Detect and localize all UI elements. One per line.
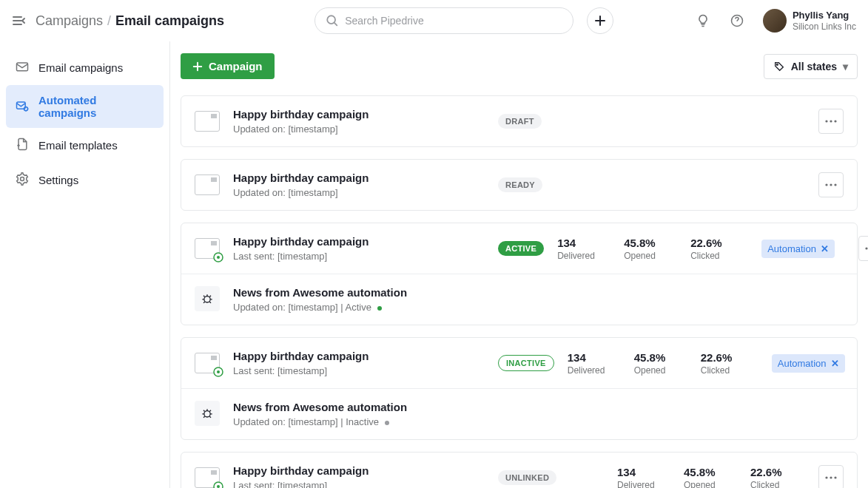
state-filter-dropdown[interactable]: All states ▾ xyxy=(764,54,858,79)
avatar xyxy=(763,9,787,33)
svg-point-27 xyxy=(825,476,827,478)
search-input[interactable] xyxy=(345,15,562,27)
sidebar-item-settings[interactable]: Settings xyxy=(6,163,164,197)
campaign-stats: 134Delivered45.8%Opened22.6%Clicked xyxy=(568,351,745,376)
svg-rect-2 xyxy=(17,63,28,71)
campaign-title: Happy birthday campaign xyxy=(233,464,485,477)
campaign-row[interactable]: Happy birthday campaignUpdated on: [time… xyxy=(181,160,857,210)
campaign-row[interactable]: Happy birthday campaignLast sent: [times… xyxy=(181,338,857,388)
breadcrumb: Campaigns / Email campaigns xyxy=(36,13,224,29)
stat-clicked: 22.6%Clicked xyxy=(750,466,795,489)
breadcrumb-parent[interactable]: Campaigns xyxy=(36,13,103,29)
status-badge: DRAFT xyxy=(498,114,542,129)
more-button[interactable] xyxy=(818,172,844,197)
close-icon[interactable]: ✕ xyxy=(821,243,829,254)
campaign-meta: Last sent: [timestamp] xyxy=(233,480,485,488)
svg-point-18 xyxy=(204,296,210,302)
campaign-thumb xyxy=(195,353,220,373)
campaign-info: Happy birthday campaignUpdated on: [time… xyxy=(233,172,485,198)
svg-point-8 xyxy=(830,120,832,122)
svg-point-15 xyxy=(865,247,867,249)
chevron-down-icon: ▾ xyxy=(843,61,848,72)
campaign-row[interactable]: Happy birthday campaignLast sent: [times… xyxy=(181,453,857,488)
stat-label: Opened xyxy=(624,251,668,261)
stat-opened: 45.8%Opened xyxy=(624,237,668,261)
stat-opened: 45.8%Opened xyxy=(634,351,679,376)
status-badge: INACTIVE xyxy=(498,355,554,371)
svg-point-5 xyxy=(21,177,24,181)
automation-title: News from Awesome automation xyxy=(233,286,407,299)
breadcrumb-separator: / xyxy=(107,13,111,29)
campaign-thumb xyxy=(195,467,220,488)
automation-meta: Updated on: [timestamp] | Inactive xyxy=(233,416,407,427)
campaign-card: Happy birthday campaignUpdated on: [time… xyxy=(181,159,858,211)
more-icon xyxy=(825,183,837,186)
sidebar-item-automated-campaigns[interactable]: Automated campaigns xyxy=(6,85,164,128)
stat-delivered: 134Delivered xyxy=(568,351,612,376)
campaign-row[interactable]: Happy birthday campaignLast sent: [times… xyxy=(181,223,857,274)
campaign-title: Happy birthday campaign xyxy=(233,108,485,121)
svg-point-9 xyxy=(834,120,836,122)
campaign-title: Happy birthday campaign xyxy=(233,235,485,248)
hint-icon[interactable] xyxy=(690,8,716,33)
sidebar-item-email-templates[interactable]: Email templates xyxy=(6,128,164,163)
new-campaign-button[interactable]: Campaign xyxy=(181,53,275,79)
automation-subrow[interactable]: News from Awesome automationUpdated on: … xyxy=(181,274,857,325)
campaign-info: Happy birthday campaignLast sent: [times… xyxy=(233,464,485,488)
automation-icon xyxy=(195,286,220,311)
automation-badge-icon xyxy=(213,367,223,377)
campaign-row[interactable]: Happy birthday campaignUpdated on: [time… xyxy=(181,96,857,146)
more-icon xyxy=(825,120,837,123)
status-badge: ACTIVE xyxy=(498,241,544,256)
campaign-thumb xyxy=(195,238,220,259)
user-menu[interactable]: Phyllis Yang Silicon Links Inc xyxy=(763,9,856,33)
menu-icon[interactable] xyxy=(12,13,27,28)
help-icon[interactable] xyxy=(724,8,750,33)
stat-value: 22.6% xyxy=(701,351,745,364)
add-button[interactable] xyxy=(587,7,613,34)
status-badge: UNLINKED xyxy=(498,470,556,485)
campaign-card: Happy birthday campaignLast sent: [times… xyxy=(181,223,858,325)
campaign-title: Happy birthday campaign xyxy=(233,172,485,184)
sidebar-item-label: Email campaigns xyxy=(38,61,123,74)
campaign-thumb xyxy=(195,111,220,132)
svg-point-29 xyxy=(834,476,836,478)
stat-label: Opened xyxy=(684,480,728,489)
new-campaign-label: Campaign xyxy=(209,60,263,72)
stat-label: Clicked xyxy=(701,365,745,376)
svg-point-24 xyxy=(204,411,210,417)
automation-chip[interactable]: Automation✕ xyxy=(772,354,845,373)
svg-point-4 xyxy=(24,106,28,110)
more-button[interactable] xyxy=(818,465,844,488)
automation-chip[interactable]: Automation✕ xyxy=(761,240,835,258)
stat-opened: 45.8%Opened xyxy=(684,466,728,489)
svg-point-26 xyxy=(217,485,220,488)
automation-subrow[interactable]: News from Awesome automationUpdated on: … xyxy=(181,388,857,439)
stat-value: 45.8% xyxy=(624,237,668,249)
more-button[interactable] xyxy=(818,109,844,134)
stat-value: 45.8% xyxy=(684,466,728,478)
stat-label: Clicked xyxy=(690,251,735,261)
main-content: Campaign All states ▾ Happy birthday cam… xyxy=(170,41,868,488)
user-name: Phyllis Yang xyxy=(793,10,856,21)
plus-icon xyxy=(192,61,203,72)
more-button[interactable] xyxy=(858,236,868,261)
sidebar-item-label: Automated campaigns xyxy=(38,94,155,119)
gear-icon xyxy=(15,172,30,189)
sidebar-item-email-campaigns[interactable]: Email campaigns xyxy=(6,50,164,85)
sidebar-item-label: Email templates xyxy=(38,139,118,152)
status-badge: READY xyxy=(498,177,542,192)
stat-delivered: 134Delivered xyxy=(617,466,662,489)
close-icon[interactable]: ✕ xyxy=(831,358,839,369)
stat-value: 134 xyxy=(617,466,662,478)
svg-point-28 xyxy=(830,476,832,478)
automation-meta: Updated on: [timestamp] | Active xyxy=(233,302,407,313)
stat-delivered: 134Delivered xyxy=(557,237,602,261)
more-icon xyxy=(825,476,837,479)
search-box[interactable] xyxy=(314,7,573,34)
campaign-meta: Updated on: [timestamp] xyxy=(233,187,485,198)
svg-point-20 xyxy=(217,370,220,373)
automation-icon xyxy=(195,401,220,426)
stat-label: Clicked xyxy=(750,480,795,489)
campaign-list: Happy birthday campaignUpdated on: [time… xyxy=(181,95,858,488)
